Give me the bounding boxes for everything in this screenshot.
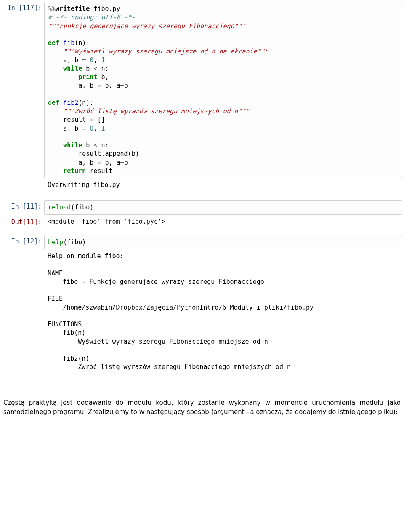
code-token: append(b) — [105, 150, 139, 158]
empty-prompt — [2, 179, 44, 192]
code-token: def — [48, 99, 59, 107]
code-token: b — [124, 82, 128, 89]
output-line: NAME — [48, 270, 63, 277]
output-line: FILE — [48, 295, 63, 302]
out-prompt-11: Out[11]: — [2, 216, 44, 228]
output-line: /home/szwabin/Dropbox/Zajęcia/PythonIntr… — [48, 304, 314, 311]
code-token: (n): — [78, 99, 93, 107]
code-token: b — [124, 159, 128, 166]
code-token: help — [48, 238, 63, 246]
code-token: result — [86, 167, 112, 175]
output-line: fib2(n) — [48, 355, 89, 362]
code-token: b, a — [101, 82, 120, 89]
in-prompt-117: In [117]: — [2, 2, 44, 178]
markdown-paragraph: Częstą praktyką jest dodawanie do modułu… — [3, 398, 401, 417]
cell-12: In [12]: help(fibo) — [2, 235, 402, 249]
code-token: while — [63, 142, 82, 149]
code-token: """Zwróć listę wyrazów szeregu mniejszyc… — [63, 107, 250, 115]
code-token: (fibo) — [71, 203, 93, 211]
spacer — [2, 229, 402, 235]
code-token: , — [93, 56, 101, 64]
code-token: fib2 — [59, 99, 78, 107]
spacer — [2, 192, 402, 200]
code-token: fib — [59, 39, 74, 47]
stdout-117: Overwriting fibo.py — [44, 179, 402, 192]
output-line: FUNCTIONS — [48, 321, 82, 328]
code-token: a, b — [63, 125, 82, 132]
code-token: print — [78, 73, 97, 81]
code-token: result — [63, 116, 90, 123]
in-prompt-11: In [11]: — [2, 200, 44, 214]
code-token: result — [78, 150, 101, 158]
code-token: = — [82, 56, 86, 64]
output-line: Help on module fibo: — [48, 252, 124, 260]
code-token: return — [63, 167, 86, 175]
code-token: 1 — [101, 125, 105, 132]
code-token: b, — [97, 73, 109, 81]
inline-code: -a — [246, 408, 254, 416]
code-token — [86, 56, 90, 64]
code-token: [] — [93, 116, 105, 123]
code-token — [86, 125, 90, 132]
cell-11-output: Out[11]: <module 'fibo' from 'fibo.pyc'> — [2, 216, 402, 228]
code-token: reload — [48, 203, 71, 211]
output-line: fibo - Funkcje generujące wyrazy szeregu… — [48, 278, 264, 286]
code-token: """Funkcje generujące wyrazy szeregu Fib… — [48, 22, 246, 30]
code-token: # -*- coding: utf-8 -*- — [48, 13, 136, 21]
output-line: Zwróć listę wyrazów szeregu Fibonacciego… — [48, 363, 291, 371]
empty-prompt — [2, 250, 44, 382]
code-token: b, a — [101, 159, 120, 166]
cell-12-output: Help on module fibo: NAME fibo - Funkcje… — [2, 250, 402, 382]
code-input-11[interactable]: reload(fibo) — [44, 200, 402, 214]
in-prompt-12: In [12]: — [2, 235, 44, 249]
text-span: oznacza, że dodajemy do istniejącego pli… — [254, 408, 398, 416]
code-token: """Wyświetl wyrazy szeregu mniejsze od n… — [63, 48, 268, 55]
code-token: , — [93, 125, 101, 132]
code-token: %% — [48, 5, 56, 13]
code-token: (n): — [74, 39, 90, 47]
code-token: + — [120, 159, 124, 166]
code-token: writefile — [56, 5, 90, 13]
cell-117: In [117]: %%writefile fibo.py # -*- codi… — [2, 2, 402, 178]
code-token: def — [48, 39, 59, 47]
code-token: b — [82, 142, 93, 149]
code-input-117[interactable]: %%writefile fibo.py # -*- coding: utf-8 … — [44, 2, 402, 178]
code-token: (fibo) — [63, 238, 86, 246]
code-token: 1 — [101, 56, 105, 64]
code-token: a, b — [78, 82, 97, 89]
code-token: fibo.py — [90, 5, 120, 13]
code-token: a, b — [63, 56, 82, 64]
code-token: while — [63, 65, 82, 72]
code-token: n: — [97, 142, 109, 149]
stdout-12: Help on module fibo: NAME fibo - Funkcje… — [44, 250, 402, 382]
cell-11: In [11]: reload(fibo) — [2, 200, 402, 214]
code-token: + — [120, 82, 124, 89]
code-input-12[interactable]: help(fibo) — [44, 235, 402, 249]
output-line: fib(n) — [48, 329, 85, 337]
result-11: <module 'fibo' from 'fibo.pyc'> — [44, 216, 402, 228]
code-token: b — [82, 65, 93, 72]
code-token: n: — [97, 65, 109, 72]
code-token: = — [82, 125, 86, 132]
cell-117-output: Overwriting fibo.py — [2, 179, 402, 192]
code-token: a, b — [78, 159, 97, 166]
output-line: Wyświetl wyrazy szeregu Fibonacciego mni… — [48, 338, 268, 345]
